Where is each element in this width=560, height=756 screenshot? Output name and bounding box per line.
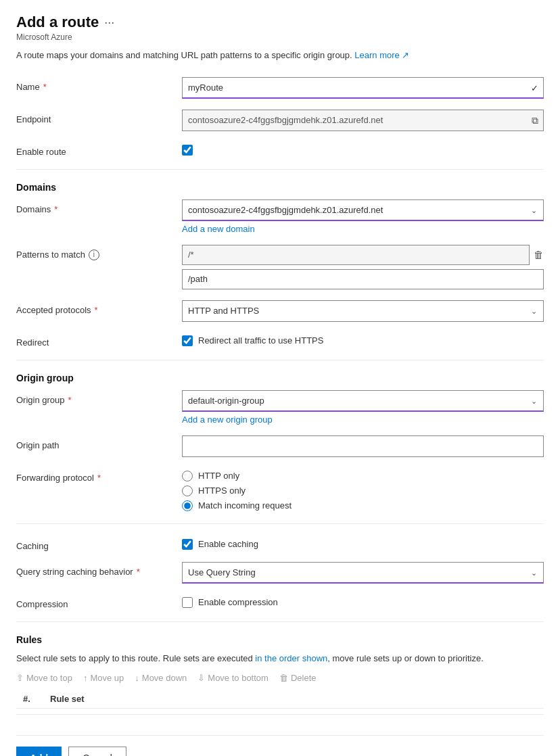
move-up-button[interactable]: ↑ Move up: [83, 673, 124, 683]
name-input-wrapper: ✓: [182, 77, 544, 99]
move-up-label: Move up: [90, 673, 124, 683]
table-col-num: #.: [23, 694, 50, 704]
redirect-text: Redirect all traffic to use HTTPS: [198, 335, 323, 346]
radio-match-incoming: Match incoming request: [182, 500, 544, 511]
check-icon: ✓: [531, 82, 538, 93]
compression-checkbox[interactable]: [182, 597, 193, 608]
accepted-protocols-label: Accepted protocols *: [16, 300, 182, 315]
enable-route-label: Enable route: [16, 142, 182, 157]
patterns-label: Patterns to match i: [16, 245, 182, 260]
move-to-top-label: Move to top: [26, 673, 72, 683]
pattern-editable-input[interactable]: [182, 269, 544, 289]
origin-group-select[interactable]: default-origin-group: [182, 390, 544, 412]
origin-path-label: Origin path: [16, 435, 182, 450]
radio-http-only-input[interactable]: [182, 471, 193, 481]
caching-checkbox[interactable]: [182, 539, 193, 550]
add-domain-link[interactable]: Add a new domain: [182, 224, 255, 234]
pattern-fixed-input: [182, 245, 530, 265]
origin-path-input[interactable]: [182, 435, 544, 457]
page-title-dots[interactable]: ···: [104, 16, 114, 30]
forwarding-protocol-label: Forwarding protocol *: [16, 468, 182, 483]
compression-label: Compression: [16, 594, 182, 609]
origin-group-label: Origin group *: [16, 390, 182, 405]
cancel-button[interactable]: Cancel: [68, 747, 126, 756]
add-origin-link[interactable]: Add a new origin group: [182, 415, 273, 425]
caching-label: Caching: [16, 536, 182, 551]
move-to-top-button[interactable]: ⇧ Move to top: [16, 673, 72, 683]
accepted-protocols-select[interactable]: HTTP and HTTPS: [182, 300, 544, 322]
endpoint-label: Endpoint: [16, 110, 182, 124]
domains-label: Domains *: [16, 199, 182, 214]
radio-https-only-input[interactable]: [182, 486, 193, 496]
delete-rule-button[interactable]: 🗑 Delete: [279, 673, 317, 683]
rules-toolbar: ⇧ Move to top ↑ Move up ↓ Move down ⇩ Mo…: [16, 673, 544, 683]
compression-text: Enable compression: [198, 597, 278, 607]
delete-pattern-icon[interactable]: 🗑: [534, 249, 544, 260]
radio-match-incoming-input[interactable]: [182, 500, 193, 511]
query-string-select[interactable]: Use Query String: [182, 562, 544, 584]
radio-https-only: HTTPS only: [182, 486, 544, 496]
footer-buttons: Add Cancel: [16, 735, 544, 756]
table-col-name: Rule set: [50, 694, 537, 704]
page-title: Add a route: [16, 14, 99, 31]
move-down-button[interactable]: ↓ Move down: [135, 673, 187, 683]
endpoint-input: [182, 110, 544, 131]
radio-https-only-label: HTTPS only: [198, 486, 246, 496]
move-to-top-icon: ⇧: [16, 673, 24, 683]
domains-section-header: Domains: [16, 182, 544, 193]
endpoint-input-wrapper: ⧉: [182, 110, 544, 131]
delete-rule-label: Delete: [291, 673, 317, 683]
origin-section-header: Origin group: [16, 373, 544, 383]
rules-description: Select rule sets to apply to this route.…: [16, 652, 544, 665]
add-button[interactable]: Add: [16, 747, 62, 756]
brand-label: Microsoft Azure: [16, 32, 544, 42]
name-required-indicator: *: [43, 82, 47, 92]
redirect-label: Redirect: [16, 333, 182, 348]
move-down-icon: ↓: [135, 673, 139, 683]
name-label: Name *: [16, 77, 182, 92]
rules-section-header: Rules: [16, 634, 544, 645]
move-to-bottom-icon: ⇩: [197, 673, 205, 683]
patterns-info-icon: i: [89, 250, 99, 260]
move-down-label: Move down: [142, 673, 187, 683]
move-to-bottom-button[interactable]: ⇩ Move to bottom: [197, 673, 269, 683]
caching-text: Enable caching: [198, 539, 258, 549]
rules-table-header: #. Rule set: [16, 690, 544, 709]
redirect-checkbox[interactable]: [182, 335, 193, 346]
enable-route-checkbox[interactable]: [182, 145, 193, 156]
delete-rule-icon: 🗑: [279, 673, 288, 683]
name-input[interactable]: [182, 77, 544, 99]
move-to-bottom-label: Move to bottom: [208, 673, 269, 683]
radio-http-only-label: HTTP only: [198, 471, 239, 481]
domains-select[interactable]: contosoazure2-c4fggsfbgjgmdehk.z01.azure…: [182, 199, 544, 221]
radio-http-only: HTTP only: [182, 471, 544, 481]
page-description: A route maps your domains and matching U…: [16, 49, 544, 62]
move-up-icon: ↑: [83, 673, 88, 683]
learn-more-link[interactable]: Learn more ↗: [354, 50, 409, 60]
rules-desc-highlight: in the order shown: [255, 653, 327, 663]
radio-match-incoming-label: Match incoming request: [198, 500, 291, 511]
query-string-label: Query string caching behavior *: [16, 562, 182, 577]
rules-section: Rules Select rule sets to apply to this …: [16, 634, 544, 715]
copy-icon[interactable]: ⧉: [532, 114, 538, 126]
